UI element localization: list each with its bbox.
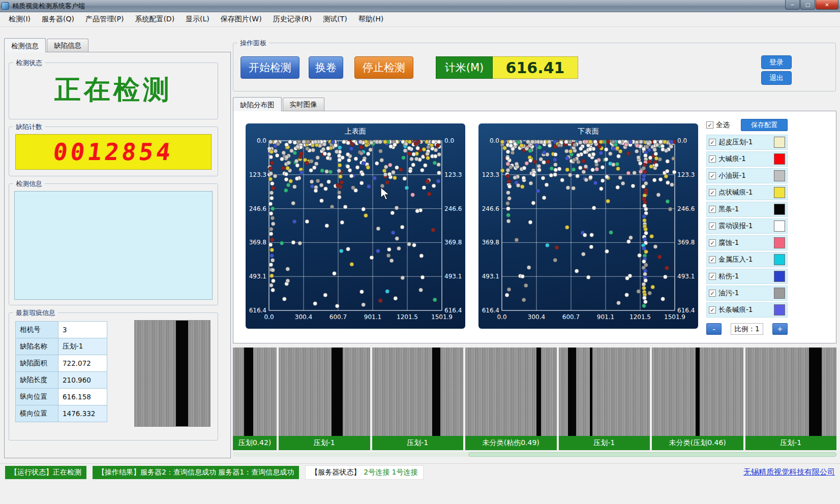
defect-thumbnail-1[interactable]: 压划-1 [279,348,370,450]
checkbox-icon[interactable]: ✓ [709,256,716,263]
svg-text:123.3: 123.3 [677,171,695,178]
minimize-button[interactable]: ─ [785,0,800,10]
scatter-plot: 下表面0.0300.4600.7901.11201.51501.90.00.01… [478,123,698,329]
horizontal-scrollbar[interactable] [233,452,836,457]
checkbox-icon[interactable]: ✓ [709,172,716,179]
legend-item-9[interactable]: ✓ 油污-1 [706,286,788,301]
color-swatch [774,254,785,265]
menu-item-1[interactable]: 服务器(Q) [36,12,80,26]
checkbox-icon[interactable]: ✓ [709,139,716,146]
legend-label: 金属压入-1 [718,255,771,264]
zoom-in-button[interactable]: + [772,323,788,335]
left-tab-1[interactable]: 缺陷信息 [47,39,88,52]
svg-text:123.3: 123.3 [482,171,499,178]
svg-text:600.7: 600.7 [329,313,347,321]
zoom-out-button[interactable]: - [706,323,722,335]
left-tab-0[interactable]: 检测信息 [4,38,46,52]
svg-text:493.1: 493.1 [482,273,499,280]
defect-thumbnail-6[interactable]: 压划-1 [745,348,837,450]
menu-item-8[interactable]: 帮助(H) [353,12,389,26]
svg-text:493.1: 493.1 [249,273,266,280]
svg-text:493.1: 493.1 [677,273,695,280]
menu-item-6[interactable]: 历史记录(R) [267,12,318,26]
legend-label: 起皮压划-1 [718,138,771,147]
checkbox-icon[interactable]: ✓ [709,189,716,196]
legend-item-10[interactable]: ✓ 长条碱痕-1 [706,302,788,318]
detection-status-group: 检测状态 正在检测 [9,62,218,119]
start-detection-button[interactable]: 开始检测 [241,56,299,79]
scrollbar-thumb[interactable] [468,452,836,457]
status-bar: 【运行状态】正在检测 【操作结果】服务器2：查询信息成功 服务器1：查询信息成功… [0,463,840,481]
legend-item-5[interactable]: ✓ 震动误报-1 [706,218,788,234]
color-swatch [774,304,785,316]
view-tab-0[interactable]: 缺陷分布图 [233,97,282,111]
maximize-button[interactable]: ▢ [800,0,815,10]
left-panel-tabs: 检测信息缺陷信息 [4,39,231,52]
menu-item-2[interactable]: 产品管理(P) [80,12,129,26]
select-all-checkbox[interactable]: ✓ 全选 [706,120,730,130]
checkbox-icon[interactable]: ✓ [709,273,716,280]
checkbox-icon[interactable]: ✓ [709,155,716,163]
checkbox-icon[interactable]: ✓ [709,306,716,313]
legend-item-0[interactable]: ✓ 起皮压划-1 [706,135,788,150]
svg-text:246.6: 246.6 [444,205,462,212]
svg-text:616.4: 616.4 [249,307,266,314]
window-title: 精质视觉检测系统客户端 [12,2,85,11]
svg-text:上表面: 上表面 [345,127,366,135]
exit-button[interactable]: 退出 [761,71,792,85]
detection-info-textarea[interactable] [14,191,213,300]
defect-thumbnail-4[interactable]: 压划-1 [559,348,650,450]
checkbox-icon[interactable]: ✓ [709,290,716,297]
group-title-operation-panel: 操作面板 [237,39,269,48]
company-link[interactable]: 无锡精质视觉科技有限公司 [743,467,835,477]
select-all-label: 全选 [716,120,730,130]
row-value: 722.072 [58,355,107,372]
defect-thumbnail-2[interactable]: 压划-1 [372,348,464,450]
svg-text:616.4: 616.4 [444,307,462,314]
scatter-chart-upper-surface[interactable]: 上表面0.0300.4600.7901.11201.51501.90.00.01… [246,123,465,329]
defect-thumbnail-3[interactable]: 未分类(粘伤0.49) [465,348,557,450]
defect-image [652,348,743,436]
legend-item-7[interactable]: ✓ 金属压入-1 [706,252,788,267]
operation-panel: 操作面板 开始检测 换卷 停止检测 计米(M) 616.41 登录 退出 [233,43,836,91]
legend-label: 腐蚀-1 [718,238,771,247]
menu-item-5[interactable]: 保存图片(W) [215,12,267,26]
legend-label: 点状碱痕-1 [718,188,771,197]
legend-item-6[interactable]: ✓ 腐蚀-1 [706,235,788,250]
legend-item-3[interactable]: ✓ 点状碱痕-1 [706,185,788,200]
legend-item-4[interactable]: ✓ 黑条-1 [706,202,788,217]
menu-item-0[interactable]: 检测(I) [3,12,36,26]
view-tab-1[interactable]: 实时图像 [283,98,324,111]
defect-thumbnail-0[interactable]: 压划0.42) [233,348,277,450]
login-button[interactable]: 登录 [761,55,792,69]
svg-text:901.1: 901.1 [597,313,614,321]
menu-item-3[interactable]: 系统配置(D) [129,12,180,26]
table-row: 相机号 3 [16,322,107,338]
row-label: 相机号 [16,322,58,338]
legend-label: 黑条-1 [718,205,771,214]
legend-item-8[interactable]: ✓ 粘伤-1 [706,269,788,284]
menu-item-4[interactable]: 显示(L) [180,12,215,26]
change-roll-button[interactable]: 换卷 [309,56,343,79]
checkbox-icon[interactable]: ✓ [709,206,716,213]
save-config-button[interactable]: 保存配置 [741,119,788,131]
legend-item-2[interactable]: ✓ 小油斑-1 [706,168,788,183]
svg-text:0.0: 0.0 [490,137,499,144]
defect-thumbnail-label: 未分类(粘伤0.49) [465,436,557,450]
close-button[interactable]: ✕ [816,0,838,10]
color-swatch [774,288,785,299]
defect-thumbnail-label: 未分类(压划0.46) [652,436,743,450]
menu-item-7[interactable]: 测试(T) [317,12,352,26]
checkbox-icon[interactable]: ✓ [709,239,716,246]
legend-item-1[interactable]: ✓ 大碱痕-1 [706,151,788,167]
scatter-chart-lower-surface[interactable]: 下表面0.0300.4600.7901.11201.51501.90.00.01… [478,123,698,329]
app-icon [2,2,9,10]
defect-type-list: ✓ 起皮压划-1 ✓ 大碱痕-1 ✓ 小油斑-1 ✓ 点状碱痕-1 ✓ 黑条-1… [706,135,788,319]
defect-thumbnail-label: 压划-1 [279,436,370,450]
stop-detection-button[interactable]: 停止检测 [354,56,413,79]
row-value: 3 [58,322,107,338]
svg-text:246.6: 246.6 [249,205,266,212]
table-row: 缺陷名称 压划-1 [16,338,107,355]
checkbox-icon[interactable]: ✓ [709,223,716,230]
defect-thumbnail-5[interactable]: 未分类(压划0.46) [652,348,743,450]
